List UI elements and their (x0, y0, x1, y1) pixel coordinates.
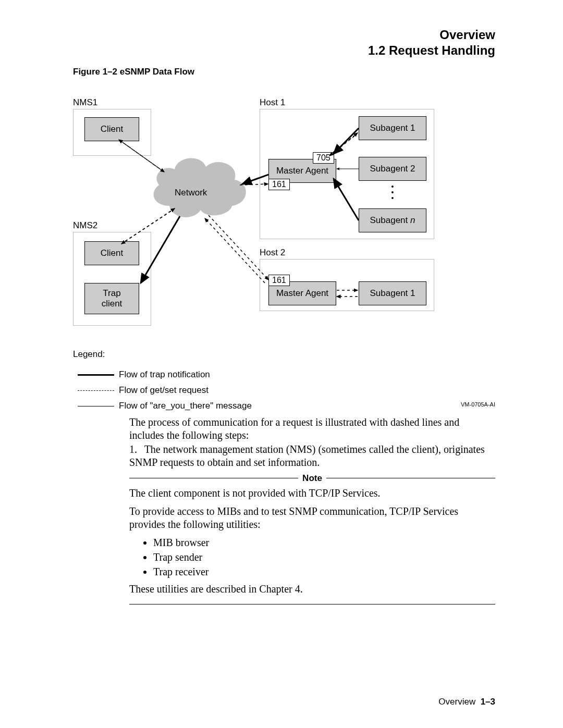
svg-line-11 (333, 133, 358, 153)
footer-text: Overview (438, 697, 475, 707)
legend-trap-text: Flow of trap notification (119, 369, 210, 380)
svg-line-2 (242, 175, 268, 184)
intro-paragraph: The process of communication for a reque… (129, 416, 495, 442)
svg-line-3 (141, 216, 180, 283)
page: Overview 1.2 Request Handling Figure 1–2… (0, 0, 563, 728)
legend-row-getset: Flow of get/set request (73, 382, 252, 398)
note-end-rule (129, 604, 495, 604)
svg-line-9 (209, 215, 268, 280)
legend-title: Legend: (73, 349, 252, 360)
step-1-number: 1. (129, 443, 142, 456)
step-1-text: The network management station (NMS) (so… (129, 443, 485, 468)
note-label: Note (298, 473, 326, 484)
note-bullet-1: MIB browser (153, 536, 495, 549)
note-bullet-3: Trap receiver (153, 565, 495, 578)
legend: Legend: Flow of trap notification Flow o… (73, 349, 252, 414)
page-footer: Overview 1–3 (438, 697, 495, 707)
note-rule-right (326, 478, 495, 478)
note-bullet-list: MIB browser Trap sender Trap receiver (129, 536, 495, 578)
note-paragraph-2: To provide access to MIBs and to test SN… (129, 505, 495, 531)
note-rule-left (129, 478, 298, 478)
note-header: Note (129, 473, 495, 484)
note-paragraph-1: The client component is not provided wit… (129, 487, 495, 500)
legend-row-trap: Flow of trap notification (73, 367, 252, 382)
svg-line-10 (205, 218, 265, 283)
legend-ayt-text: Flow of "are_you_there" message (119, 401, 252, 411)
svg-line-12 (329, 136, 354, 156)
legend-key-getset-icon (78, 390, 114, 391)
note-block: Note The client component is not provide… (129, 470, 495, 604)
diagram-arrows (73, 91, 438, 336)
legend-row-ayt: Flow of "are_you_there" message (73, 398, 252, 414)
legend-getset-text: Flow of get/set request (119, 385, 209, 396)
running-header: Overview 1.2 Request Handling (368, 27, 495, 58)
figure-reference: VM-0705A-AI (461, 401, 495, 408)
legend-key-trap-icon (78, 374, 114, 376)
svg-line-1 (334, 179, 359, 220)
note-bullet-2: Trap sender (153, 551, 495, 564)
footer-page: 1–3 (481, 697, 495, 707)
note-paragraph-3: These utilities are described in Chapter… (129, 583, 495, 596)
legend-key-ayt-icon (78, 406, 114, 406)
step-1: 1. The network management station (NMS) … (129, 443, 495, 469)
svg-line-7 (121, 211, 171, 244)
header-line-1: Overview (368, 27, 495, 43)
header-line-2: 1.2 Request Handling (368, 43, 495, 58)
figure-caption: Figure 1–2 eSNMP Data Flow (73, 67, 194, 77)
